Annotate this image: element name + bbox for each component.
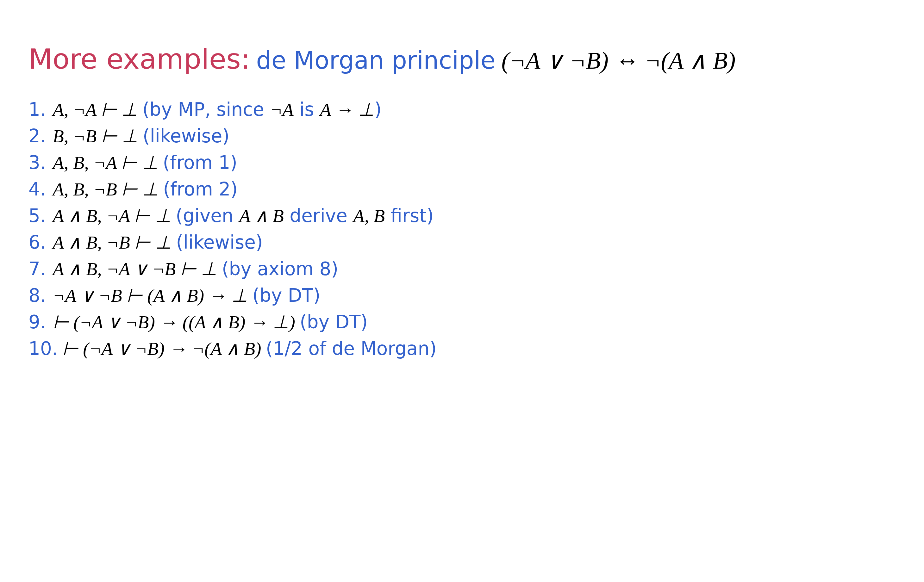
proof-line: 9. ⊢ (¬A ∨ ¬B) → ((A ∧ B) → ⊥) (by DT) <box>28 312 896 333</box>
reason-text: (by MP, since <box>142 99 270 120</box>
line-justification: (likewise) <box>176 232 262 253</box>
line-formula: A, ¬A ⊢ ⊥ <box>53 99 138 120</box>
line-formula: A, B, ¬B ⊢ ⊥ <box>53 179 158 199</box>
reason-text: (likewise) <box>143 125 229 147</box>
proof-steps: 1. A, ¬A ⊢ ⊥ (by MP, since ¬A is A → ⊥)2… <box>28 99 896 359</box>
reason-text: is <box>294 99 320 120</box>
slide-content: More examples: de Morgan principle (¬A ∨… <box>0 0 924 406</box>
line-justification: (from 1) <box>163 152 237 173</box>
reason-text: first) <box>385 205 434 226</box>
line-number: 3. <box>28 152 48 173</box>
line-formula: A ∧ B, ¬B ⊢ ⊥ <box>53 232 172 253</box>
line-number: 6. <box>28 232 48 253</box>
proof-line: 6. A ∧ B, ¬B ⊢ ⊥ (likewise) <box>28 232 896 253</box>
proof-line: 3. A, B, ¬A ⊢ ⊥ (from 1) <box>28 152 896 173</box>
line-formula: ⊢ (¬A ∨ ¬B) → ¬(A ∧ B) <box>62 338 261 359</box>
reason-text: (from 2) <box>163 178 238 200</box>
line-number: 4. <box>28 179 48 199</box>
proof-line: 1. A, ¬A ⊢ ⊥ (by MP, since ¬A is A → ⊥) <box>28 99 896 120</box>
line-number: 8. <box>28 285 48 306</box>
reason-text: (1/2 of de Morgan) <box>266 338 437 359</box>
line-number: 2. <box>28 126 48 147</box>
line-number: 9. <box>28 312 48 333</box>
line-justification: (by DT) <box>300 311 368 333</box>
reason-formula: A → ⊥ <box>320 99 375 120</box>
line-justification: (by axiom 8) <box>222 258 338 280</box>
reason-formula: A, B <box>353 206 385 226</box>
heading-lead: More examples: <box>28 43 250 75</box>
reason-text: (from 1) <box>163 152 237 173</box>
line-number: 1. <box>28 99 48 120</box>
line-justification: (by MP, since ¬A is A → ⊥) <box>142 99 382 120</box>
proof-line: 5. A ∧ B, ¬A ⊢ ⊥ (given A ∧ B derive A, … <box>28 206 896 226</box>
proof-line: 7. A ∧ B, ¬A ∨ ¬B ⊢ ⊥ (by axiom 8) <box>28 259 896 280</box>
line-formula: ¬A ∨ ¬B ⊢ (A ∧ B) → ⊥ <box>53 285 248 306</box>
slide-heading: More examples: de Morgan principle (¬A ∨… <box>28 41 896 77</box>
line-justification: (from 2) <box>163 178 238 200</box>
line-formula: A ∧ B, ¬A ⊢ ⊥ <box>53 206 171 226</box>
proof-line: 10. ⊢ (¬A ∨ ¬B) → ¬(A ∧ B) (1/2 of de Mo… <box>28 338 896 359</box>
reason-text: (likewise) <box>176 232 262 253</box>
reason-text: ) <box>375 99 382 120</box>
line-number: 10. <box>28 338 58 359</box>
reason-text: (by DT) <box>252 285 320 306</box>
proof-line: 2. B, ¬B ⊢ ⊥ (likewise) <box>28 126 896 147</box>
line-formula: ⊢ (¬A ∨ ¬B) → ((A ∧ B) → ⊥) <box>53 312 295 333</box>
line-formula: A ∧ B, ¬A ∨ ¬B ⊢ ⊥ <box>53 259 218 279</box>
reason-text: (by axiom 8) <box>222 258 338 280</box>
reason-formula: ¬A <box>270 99 294 120</box>
reason-text: (by DT) <box>300 311 368 333</box>
proof-line: 8. ¬A ∨ ¬B ⊢ (A ∧ B) → ⊥ (by DT) <box>28 285 896 306</box>
heading-subtitle: de Morgan principle <box>256 46 495 74</box>
line-formula: A, B, ¬A ⊢ ⊥ <box>53 152 158 173</box>
line-number: 7. <box>28 259 48 279</box>
heading-formula: (¬A ∨ ¬B) ↔ ¬(A ∧ B) <box>501 47 736 74</box>
reason-formula: A ∧ B <box>239 206 284 226</box>
reason-text: derive <box>284 205 353 226</box>
line-justification: (by DT) <box>252 285 320 306</box>
line-justification: (given A ∧ B derive A, B first) <box>176 205 434 226</box>
line-formula: B, ¬B ⊢ ⊥ <box>53 126 138 147</box>
line-justification: (1/2 of de Morgan) <box>266 338 437 359</box>
reason-text: (given <box>176 205 239 226</box>
line-number: 5. <box>28 206 48 226</box>
proof-line: 4. A, B, ¬B ⊢ ⊥ (from 2) <box>28 179 896 200</box>
line-justification: (likewise) <box>143 125 229 147</box>
